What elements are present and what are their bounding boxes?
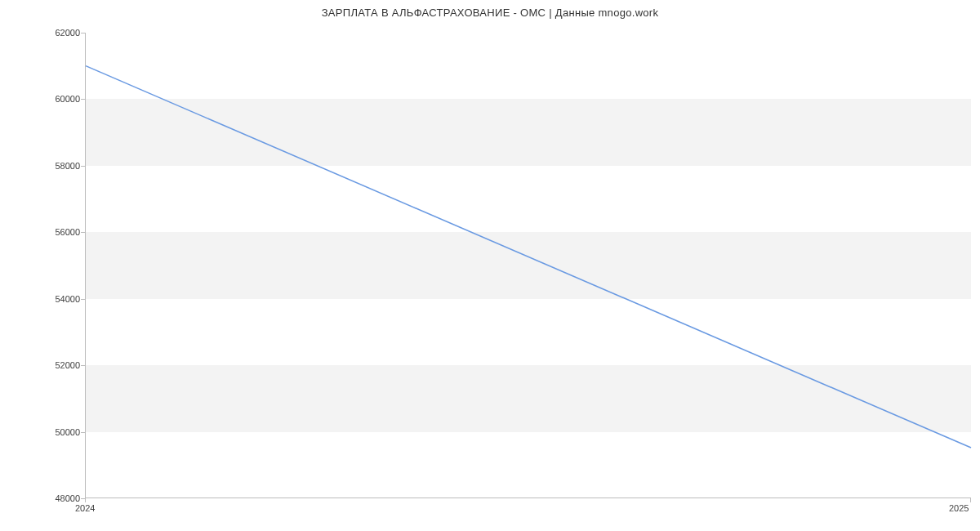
line-layer [86, 33, 971, 498]
series-line-salary [86, 66, 971, 448]
plot-area [85, 33, 971, 498]
y-tick-label: 48000 [7, 493, 80, 503]
y-tick-label: 58000 [7, 161, 80, 171]
x-tick-mark [85, 498, 86, 502]
y-tick-label: 56000 [7, 227, 80, 237]
chart-title: ЗАРПЛАТА В АЛЬФАСТРАХОВАНИЕ - ОМС | Данн… [0, 7, 980, 19]
x-tick-label: 2024 [75, 503, 95, 513]
y-tick-label: 54000 [7, 294, 80, 304]
x-tick-label: 2025 [949, 503, 969, 513]
y-tick-label: 62000 [7, 28, 80, 38]
y-tick-label: 50000 [7, 427, 80, 437]
y-tick-label: 60000 [7, 94, 80, 104]
y-tick-label: 52000 [7, 360, 80, 370]
x-tick-mark [970, 498, 971, 502]
